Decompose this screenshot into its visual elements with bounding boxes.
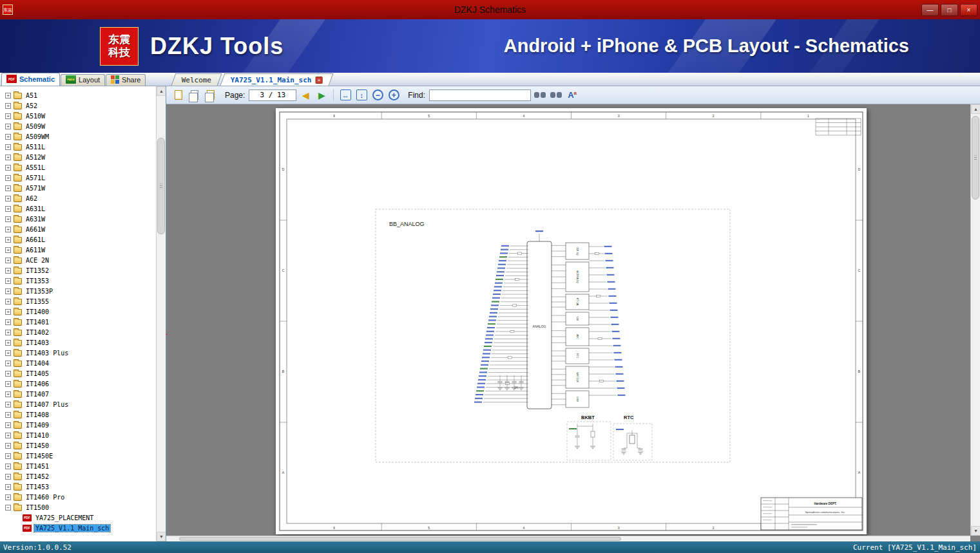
expand-icon[interactable]: + [5, 299, 11, 305]
tree-item[interactable]: +IT1460 Pro [5, 492, 155, 502]
tree-item[interactable]: +A571W [5, 183, 155, 193]
tree-item[interactable]: +IT1453 [5, 482, 155, 492]
expand-icon[interactable]: + [5, 227, 11, 232]
tree-item[interactable]: +IT1409 [5, 420, 155, 430]
expand-icon[interactable]: + [5, 278, 11, 284]
scroll-down-icon[interactable]: ▼ [157, 532, 166, 541]
viewer-vertical-scrollbar[interactable]: ▲ ▼ [970, 104, 980, 536]
expand-icon[interactable]: + [5, 155, 11, 160]
expand-icon[interactable]: + [5, 464, 11, 469]
tree-item[interactable]: +A52 [5, 100, 155, 111]
fit-page-button[interactable]: ↕ [354, 88, 369, 102]
tree-item[interactable]: +IT1410 [5, 430, 155, 440]
tree-item[interactable]: +A511L [5, 142, 155, 152]
expand-icon[interactable]: + [5, 288, 11, 294]
sidebar-scrollbar[interactable]: ▲ ▼ [156, 86, 166, 541]
expand-icon[interactable]: + [5, 216, 11, 222]
expand-icon[interactable]: + [5, 144, 11, 150]
close-button[interactable]: × [960, 4, 977, 16]
tree-item[interactable]: +A571L [5, 173, 155, 183]
tree-item[interactable]: +A661W [5, 224, 155, 234]
scroll-up-icon[interactable]: ▲ [157, 86, 166, 96]
tree-item[interactable]: +A661L [5, 234, 155, 245]
viewer-horizontal-scrollbar[interactable] [166, 536, 970, 541]
text-size-button[interactable]: Aa [565, 88, 579, 102]
expand-icon[interactable]: + [5, 206, 11, 212]
expand-icon[interactable]: + [5, 247, 11, 253]
maximize-button[interactable]: □ [941, 4, 958, 16]
expand-icon[interactable]: + [5, 165, 11, 171]
find-previous-button[interactable] [533, 88, 547, 102]
tree-item[interactable]: +IT1403 [5, 337, 155, 348]
expand-icon[interactable]: + [5, 134, 11, 140]
page-number-input[interactable] [249, 89, 296, 101]
minimize-button[interactable]: — [921, 4, 939, 16]
zoom-in-button[interactable]: + [387, 88, 401, 102]
expand-icon[interactable]: + [5, 124, 11, 129]
expand-icon[interactable]: + [5, 103, 11, 109]
next-page-button[interactable]: ▶ [314, 88, 329, 102]
expand-icon[interactable]: + [5, 113, 11, 119]
schematic-canvas[interactable]: 665544332211DDCCBBAA [276, 108, 867, 534]
expand-icon[interactable]: + [5, 185, 11, 191]
doc-tab-main-sch[interactable]: YA725_V1.1_Main_sch × [220, 73, 333, 86]
tree-item[interactable]: +IT1352 [5, 265, 155, 276]
scrollbar-thumb[interactable] [972, 116, 979, 200]
expand-icon[interactable]: + [5, 330, 11, 335]
expand-icon[interactable]: + [5, 340, 11, 346]
expand-icon[interactable]: + [5, 453, 11, 459]
expand-icon[interactable]: + [5, 361, 11, 366]
fit-width-button[interactable]: ↔ [338, 88, 352, 102]
tree-item[interactable]: +IT1353P [5, 286, 155, 296]
expand-icon[interactable]: + [5, 422, 11, 428]
expand-icon[interactable]: + [5, 371, 11, 377]
tree-item[interactable]: PDFYA725_PLACEMENT [5, 512, 155, 523]
tree-item[interactable]: +IT1401 [5, 317, 155, 327]
previous-page-button[interactable]: ◀ [298, 88, 312, 102]
expand-icon[interactable]: + [5, 268, 11, 274]
tree-item[interactable]: +IT1452 [5, 471, 155, 482]
schematic-page[interactable]: 665544332211DDCCBBAA [276, 108, 867, 534]
tree-item[interactable]: +IT1450E [5, 451, 155, 461]
tree-item[interactable]: +IT1407 [5, 389, 155, 399]
tree-item[interactable]: +A62 [5, 193, 155, 203]
find-input[interactable] [429, 89, 531, 101]
expand-icon[interactable]: + [5, 443, 11, 449]
scroll-up-icon[interactable]: ▲ [971, 104, 980, 114]
zoom-out-button[interactable]: − [370, 88, 385, 102]
tree-item[interactable]: −IT1500 [5, 502, 155, 512]
tree-item[interactable]: +IT1451 [5, 461, 155, 471]
tree-item[interactable]: +IT1405 [5, 368, 155, 379]
tree-item[interactable]: +IT1406 [5, 379, 155, 389]
tree-item[interactable]: +A551L [5, 162, 155, 173]
tree-item[interactable]: +A510W [5, 111, 155, 121]
tree-item[interactable]: PDFYA725_V1.1_Main_sch [5, 523, 155, 533]
tab-schematic[interactable]: PDF Schematic [1, 73, 60, 86]
expand-icon[interactable]: + [5, 309, 11, 315]
tree-item[interactable]: +A509W [5, 121, 155, 131]
expand-icon[interactable]: + [5, 196, 11, 202]
sidebar-collapse-icon[interactable]: ▶ [166, 331, 168, 337]
expand-icon[interactable]: + [5, 494, 11, 500]
tree-item[interactable]: +A611W [5, 245, 155, 255]
tree-item[interactable]: +A51 [5, 90, 155, 100]
tree-item[interactable]: +A631W [5, 214, 155, 224]
expand-icon[interactable]: + [5, 319, 11, 325]
tree-item[interactable]: +ACE 2N [5, 255, 155, 265]
tab-share[interactable]: Share [106, 74, 146, 86]
tree-item[interactable]: +IT1407 Plus [5, 399, 155, 409]
continuous-view-button[interactable] [204, 88, 218, 102]
single-page-view-button[interactable] [171, 88, 186, 102]
scroll-down-icon[interactable]: ▼ [971, 526, 980, 536]
expand-icon[interactable]: + [5, 412, 11, 418]
expand-icon[interactable]: + [5, 474, 11, 480]
expand-icon[interactable]: + [5, 402, 11, 408]
expand-icon[interactable]: + [5, 175, 11, 181]
tree-item[interactable]: +IT1450 [5, 440, 155, 451]
expand-icon[interactable]: + [5, 350, 11, 356]
tab-layout[interactable]: PADS Layout [61, 74, 105, 86]
tree-item[interactable]: +IT1404 [5, 358, 155, 368]
expand-icon[interactable]: + [5, 258, 11, 263]
scrollbar-thumb[interactable] [157, 138, 165, 234]
expand-icon[interactable]: + [5, 381, 11, 387]
